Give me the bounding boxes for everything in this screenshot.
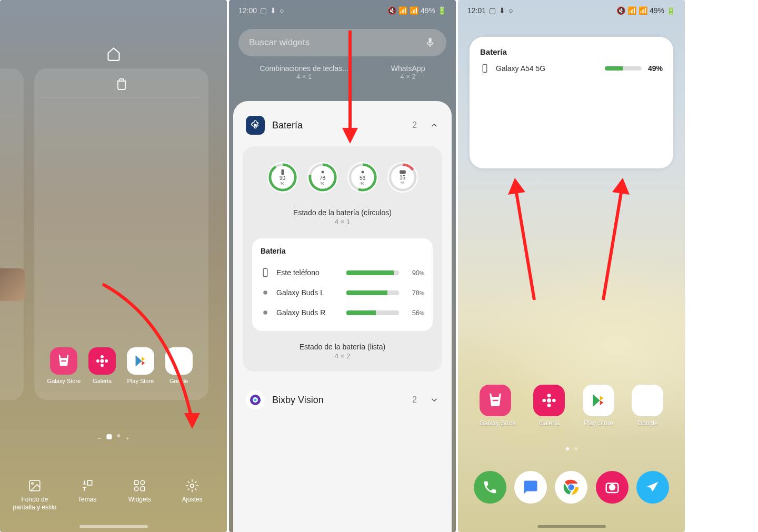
app-galaxy-store[interactable]: Galaxy Store	[46, 347, 82, 384]
app-galeria[interactable]: Galería	[84, 347, 120, 384]
annotation-arrow	[505, 174, 542, 305]
app-galaxy-store[interactable]: Galaxy Store	[480, 385, 516, 427]
home-icon[interactable]	[106, 46, 121, 61]
status-time: 12:01	[467, 6, 486, 15]
dock-messages[interactable]	[514, 471, 547, 504]
home-app-row: Galaxy Store Galería Play Store Google	[471, 385, 672, 427]
brush-icon	[81, 479, 94, 493]
app-galeria[interactable]: Galería	[533, 385, 565, 427]
app-google-folder[interactable]: Google	[632, 385, 663, 427]
svg-point-37	[547, 404, 551, 407]
screen-widget-picker: 12:00 ▢ ⬇ ○ 🔇 📶 📶 49% 🔋 Buscar widgets C…	[229, 0, 456, 532]
svg-point-26	[263, 290, 267, 295]
divider	[42, 97, 201, 97]
search-input[interactable]: Buscar widgets	[238, 29, 446, 56]
screen-home-edit: Galaxy Store Galería Play Store Google =…	[0, 0, 227, 532]
page-indicator: = +	[97, 434, 129, 443]
preview-app-row: Galaxy Store Galería Play Store Google	[45, 347, 198, 384]
widget-circles-preview[interactable]: 90% 78% 56% 15% Estado de la batería (cí…	[243, 146, 442, 372]
app-play-store[interactable]: Play Store	[123, 347, 158, 384]
wifi-icon: 📶	[627, 6, 636, 15]
whatsapp-icon: ○	[280, 6, 284, 15]
phone-icon	[261, 268, 270, 277]
category-bixby-header[interactable]: Bixby Vision 2	[243, 382, 442, 409]
widgets-button[interactable]: Widgets	[116, 479, 163, 511]
app-play-store[interactable]: Play Store	[583, 385, 614, 427]
svg-point-14	[270, 165, 295, 190]
list-row-bud-r: Galaxy Buds R 56%	[261, 303, 424, 323]
svg-rect-25	[263, 269, 267, 277]
svg-point-36	[547, 394, 551, 397]
mute-icon: 🔇	[616, 6, 625, 15]
dock-camera[interactable]	[596, 471, 629, 504]
trash-icon[interactable]	[115, 78, 128, 91]
home-page-preview[interactable]: Galaxy Store Galería Play Store Google	[34, 68, 208, 400]
image-icon: ▢	[260, 6, 267, 15]
photo-widget-peek	[0, 268, 25, 301]
settings-app-icon	[246, 116, 265, 135]
mic-icon[interactable]	[424, 37, 436, 48]
search-placeholder: Buscar widgets	[249, 37, 424, 48]
phone-icon	[480, 64, 490, 73]
dock	[470, 464, 673, 511]
battery-icon: 🔋	[666, 6, 675, 15]
signal-icon: 📶	[410, 6, 418, 15]
svg-point-0	[101, 359, 104, 363]
suggestion-whatsapp[interactable]: WhatsApp 4 × 2	[391, 64, 425, 81]
svg-rect-7	[135, 480, 139, 485]
battery-circles: 90% 78% 56% 15%	[252, 162, 433, 193]
earbud-icon	[261, 308, 270, 317]
prev-page-peek[interactable]	[0, 68, 24, 400]
whatsapp-icon: ○	[508, 6, 513, 15]
status-bar: 12:00 ▢ ⬇ ○ 🔇 📶 📶 49% 🔋	[229, 0, 456, 21]
suggestion-keyboard[interactable]: Combinaciones de teclas... 4 × 1	[260, 64, 348, 81]
svg-point-41	[568, 484, 574, 490]
svg-point-3	[96, 359, 99, 363]
settings-button[interactable]: Ajustes	[168, 479, 216, 511]
page-indicator	[566, 447, 577, 450]
battery-pct: 49%	[650, 6, 664, 15]
wifi-icon: 📶	[398, 6, 407, 15]
svg-line-34	[603, 189, 622, 300]
svg-point-1	[101, 355, 104, 358]
chevron-down-icon	[430, 395, 439, 405]
signal-icon: 📶	[639, 6, 647, 15]
battery-icon: 🔋	[437, 6, 446, 15]
circle-case: 15%	[387, 162, 418, 193]
status-bar: 12:01 ▢ ⬇ ○ 🔇 📶 📶 49% 🔋	[458, 0, 685, 21]
dock-chrome[interactable]	[555, 471, 587, 504]
earbud-icon	[261, 288, 270, 297]
circle-bud-l: 78%	[307, 162, 338, 193]
nav-bar[interactable]	[537, 525, 606, 528]
svg-point-4	[105, 359, 108, 363]
battery-pct: 49%	[421, 6, 435, 15]
themes-button[interactable]: Temas	[64, 479, 111, 511]
wallpaper-button[interactable]: Fondo de pantalla y estilo	[11, 479, 58, 511]
svg-point-11	[191, 484, 194, 488]
widget-category-sheet: Batería 2 90% 78% 56%	[233, 101, 452, 532]
svg-point-27	[263, 310, 267, 315]
widgets-icon	[133, 479, 146, 493]
category-battery-header[interactable]: Batería 2	[243, 111, 442, 140]
widget-suggestions: Combinaciones de teclas... 4 × 1 WhatsAp…	[238, 64, 446, 81]
svg-point-35	[547, 398, 551, 403]
status-time: 12:00	[238, 6, 257, 15]
bixby-icon	[246, 390, 265, 409]
app-google-folder[interactable]: Google	[161, 347, 197, 384]
save-icon: ⬇	[499, 6, 505, 15]
circle-phone: 90%	[267, 162, 298, 193]
dock-phone[interactable]	[474, 471, 506, 504]
mute-icon: 🔇	[387, 6, 396, 15]
image-icon: ▢	[489, 6, 496, 15]
battery-widget[interactable]: Batería Galaxy A54 5G 49%	[470, 37, 673, 168]
widget-list-preview[interactable]: Batería Este teléfono 90% Galaxy Buds L …	[252, 238, 433, 331]
annotation-arrow	[595, 174, 632, 305]
list-row-bud-l: Galaxy Buds L 78%	[261, 283, 424, 303]
chevron-up-icon	[430, 121, 439, 130]
gear-icon	[185, 479, 199, 493]
dock-telegram[interactable]	[636, 471, 669, 504]
widget-device-row: Galaxy A54 5G 49%	[480, 64, 663, 73]
svg-rect-9	[135, 487, 139, 491]
nav-bar[interactable]	[79, 525, 148, 528]
image-icon	[28, 479, 42, 493]
